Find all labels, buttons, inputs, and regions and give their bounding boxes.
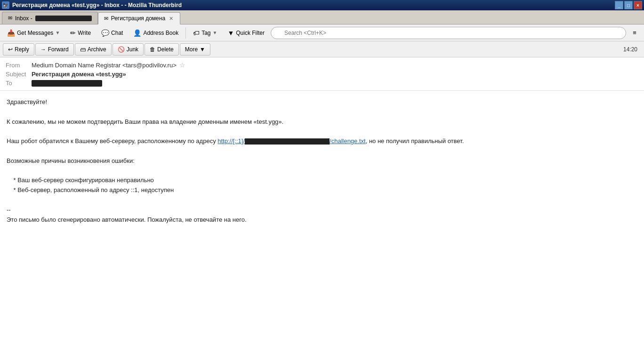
delete-label: Delete (157, 46, 174, 53)
inbox-tab-label: Inbox - (15, 15, 32, 22)
write-icon: ✏ (70, 29, 76, 37)
more-label: More (185, 46, 198, 53)
email-link[interactable]: http://[::1]/ (217, 137, 245, 145)
quick-filter-icon: ▼ (227, 29, 234, 37)
more-button[interactable]: More ▼ (180, 43, 210, 56)
inbox-redacted (35, 16, 92, 21)
delete-button[interactable]: 🗑 Delete (145, 43, 179, 56)
star-icon[interactable]: ☆ (179, 61, 185, 69)
main-toolbar: 📥 Get Messages ▼ ✏ Write 💬 Chat 👤 Addres… (0, 24, 644, 41)
paragraph2: Наш робот обратился к Вашему веб-серверу… (7, 137, 637, 146)
app-icon: 🦅 (2, 1, 9, 9)
title-bar: 🦅 Регистрация домена «test.ygg» - Inbox … (0, 0, 644, 10)
junk-label: Junk (127, 46, 138, 53)
close-button[interactable]: × (634, 1, 642, 9)
to-row: To (6, 79, 638, 88)
more-dropdown-icon: ▼ (200, 46, 205, 53)
to-value-redacted (32, 80, 102, 87)
paragraph2-end: , но не получил правильный ответ. (366, 137, 464, 145)
tag-dropdown-icon: ▼ (213, 30, 217, 35)
address-book-button[interactable]: 👤 Address Book (129, 26, 183, 40)
registration-tab-label: Регистрация домена (111, 15, 165, 22)
hamburger-icon: ≡ (633, 29, 636, 36)
toolbar-separator-1 (185, 27, 186, 39)
subject-row: Subject Регистрация домена «test.ygg» (6, 70, 638, 79)
tab-registration[interactable]: ✉ Регистрация домена ✕ (98, 12, 180, 24)
archive-label: Archive (88, 46, 106, 53)
quick-filter-button[interactable]: ▼ Quick Filter (223, 26, 269, 40)
tag-label: Tag (201, 30, 210, 36)
get-messages-button[interactable]: 📥 Get Messages ▼ (3, 26, 64, 40)
subject-label: Subject (6, 71, 32, 78)
content-area: Здравствуйте! К сожалению, мы не можем п… (0, 91, 644, 346)
address-book-icon: 👤 (133, 29, 141, 37)
reply-label: Reply (15, 46, 29, 53)
email-header: From Medium Domain Name Registrar <tars@… (0, 57, 644, 91)
write-button[interactable]: ✏ Write (66, 26, 95, 40)
reason1: * Ваш веб-сервер сконфигурирован неправи… (7, 176, 637, 185)
from-label: From (6, 62, 32, 69)
quick-filter-label: Quick Filter (236, 30, 265, 36)
from-value: Medium Domain Name Registrar <tars@podiv… (32, 62, 177, 69)
archive-button[interactable]: 🗃 Archive (75, 43, 112, 56)
chat-button[interactable]: 💬 Chat (97, 26, 127, 40)
email-time: 14:20 (623, 46, 641, 53)
tag-button[interactable]: 🏷 Tag ▼ (189, 26, 221, 40)
archive-icon: 🗃 (80, 46, 86, 53)
subject-value: Регистрация домена «test.ygg» (32, 71, 126, 78)
hamburger-menu-button[interactable]: ≡ (628, 26, 641, 40)
footer2: Это письмо было сгенерировано автоматиче… (7, 215, 637, 225)
reply-icon: ↩ (8, 46, 13, 53)
paragraph3: Возможные причины возникновения ошибки: (7, 156, 637, 166)
registration-tab-icon: ✉ (104, 16, 108, 22)
email-body: Здравствуйте! К сожалению, мы не можем п… (0, 91, 644, 346)
chat-label: Chat (111, 30, 123, 36)
tag-icon: 🏷 (193, 29, 200, 37)
to-label: To (6, 80, 32, 87)
tab-inbox[interactable]: ✉ Inbox - (2, 12, 98, 24)
search-wrapper: 🔍 (271, 27, 626, 39)
window-title: Регистрация домена «test.ygg» - Inbox - … (12, 2, 182, 8)
get-messages-icon: 📥 (7, 29, 15, 37)
chat-icon: 💬 (101, 29, 109, 37)
close-tab-button[interactable]: ✕ (168, 16, 174, 22)
footer1: -- (7, 205, 637, 215)
greeting: Здравствуйте! (7, 97, 637, 107)
junk-button[interactable]: 🚫 Junk (113, 43, 144, 56)
forward-icon: → (40, 46, 46, 53)
maximize-button[interactable]: □ (624, 1, 633, 9)
tab-bar: ✉ Inbox - ✉ Регистрация домена ✕ (0, 10, 644, 24)
action-toolbar: ↩ Reply → Forward 🗃 Archive 🚫 Junk 🗑 Del… (0, 41, 644, 57)
paragraph1: К сожалению, мы не можем подтвердить Ваш… (7, 117, 637, 127)
forward-label: Forward (48, 46, 69, 53)
inbox-tab-icon: ✉ (8, 15, 12, 21)
link-redacted (245, 138, 330, 145)
reply-button[interactable]: ↩ Reply (3, 43, 34, 56)
window-controls: _ □ × (615, 1, 642, 9)
minimize-button[interactable]: _ (615, 1, 623, 9)
paragraph2-start: Наш робот обратился к Вашему веб-серверу… (7, 137, 217, 145)
forward-button[interactable]: → Forward (35, 43, 74, 56)
reason2: * Веб-сервер, расположенный по адресу ::… (7, 185, 637, 195)
junk-icon: 🚫 (118, 46, 125, 53)
challenge-link[interactable]: /challenge.txt (330, 137, 366, 145)
delete-icon: 🗑 (150, 46, 155, 53)
from-row: From Medium Domain Name Registrar <tars@… (6, 60, 638, 70)
write-label: Write (78, 30, 91, 36)
search-input[interactable] (271, 27, 626, 39)
address-book-label: Address Book (143, 30, 178, 36)
get-messages-dropdown-icon: ▼ (55, 30, 60, 35)
get-messages-label: Get Messages (17, 30, 53, 36)
